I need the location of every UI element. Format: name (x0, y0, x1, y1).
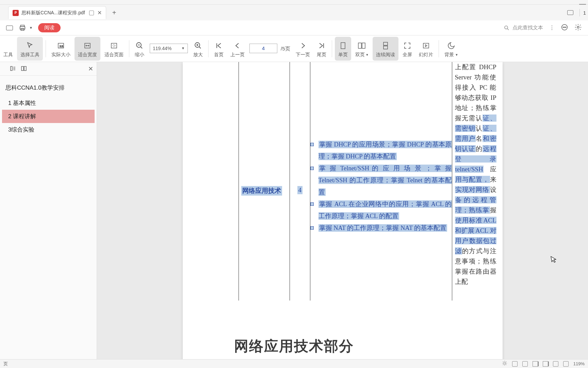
svg-rect-34 (21, 66, 23, 71)
outline-tree: 思科CCNA1.0教学安排 1 基本属性2 课程讲解3综合实验 (0, 76, 97, 142)
page-number-field[interactable] (249, 44, 277, 53)
view-mode-1-icon[interactable] (512, 361, 518, 367)
view-mode-4-icon[interactable] (543, 361, 548, 367)
pdf-viewer[interactable]: 网络应用技术 4 掌握 DHCP 的应用场景；掌握 DHCP 的基本原理；掌握 … (97, 62, 588, 359)
section-title: 网络应用技术 (241, 186, 282, 196)
print-icon[interactable] (18, 24, 27, 32)
comment-icon[interactable] (561, 24, 568, 32)
bullet-icon (310, 226, 314, 230)
bullet-item: 掌 握 Telnet/SSH 的 应 用 场 景 ； 掌 握 Telnet/SS… (310, 163, 452, 198)
tab-bar: P 思科新版CCNA...课程安排.pdf ✕ + 1 (0, 5, 588, 20)
last-page-button[interactable]: 尾页 (313, 35, 330, 62)
outline-item[interactable]: 1 基本属性 (2, 96, 95, 110)
main-toolbar: 工具 选择工具 1:1 实际大小 适合宽度 适合页面 缩小 119.44% ▼ … (0, 35, 588, 62)
more-icon[interactable]: ⋮ (549, 25, 555, 31)
bullet-item: 掌握 ACL 在企业网络中的应用；掌握 ACL 的工作原理；掌握 ACL 的配置 (310, 198, 452, 222)
search-input[interactable]: 点此查找文本 (504, 25, 543, 31)
svg-point-6 (563, 27, 564, 28)
svg-rect-25 (358, 43, 361, 48)
windows-icon[interactable] (567, 10, 573, 15)
background-button[interactable]: 背景▼ (441, 35, 461, 62)
svg-rect-29 (423, 43, 429, 48)
outline-sidebar: ✕ 思科CCNA1.0教学安排 1 基本属性2 课程讲解3综合实验 (0, 62, 97, 359)
svg-rect-26 (362, 43, 365, 48)
separator (332, 40, 332, 57)
quick-toolbar: ▼ 阅读 点此查找文本 ⋮ (0, 20, 588, 35)
close-icon[interactable]: ✕ (97, 10, 102, 16)
status-zoom: 119% (573, 361, 585, 366)
slideshow-button[interactable]: 幻灯片 (415, 35, 437, 62)
video-subtitle: 网络应用技术部分 (234, 337, 354, 356)
svg-rect-13 (111, 43, 117, 48)
mouse-cursor (551, 255, 558, 265)
status-left: 页 (3, 361, 8, 367)
brightness-icon[interactable] (502, 361, 507, 367)
fullscreen-button[interactable]: 全屏 (399, 35, 415, 62)
svg-rect-30 (11, 66, 12, 71)
actual-size-button[interactable]: 1:1 实际大小 (48, 35, 74, 62)
zoom-out-button[interactable]: 缩小 (131, 35, 148, 62)
outline-title[interactable]: 思科CCNA1.0教学安排 (2, 82, 95, 96)
open-folder-icon[interactable] (6, 26, 13, 30)
zoom-in-button[interactable]: 放大 (190, 35, 206, 62)
dropdown-icon[interactable]: ▼ (29, 26, 33, 30)
bullet-icon (310, 167, 314, 170)
search-placeholder: 点此查找文本 (512, 25, 543, 31)
view-mode-6-icon[interactable] (563, 361, 569, 367)
section-hours: 4 (297, 186, 303, 194)
outline-item[interactable]: 3综合实验 (2, 123, 95, 136)
outline-item[interactable]: 2 课程讲解 (2, 110, 95, 123)
first-page-button[interactable]: 首页 (211, 35, 227, 62)
zoom-level-select[interactable]: 119.44% ▼ (148, 35, 190, 62)
chevron-down-icon: ▼ (181, 46, 185, 50)
svg-line-17 (141, 47, 142, 48)
svg-rect-27 (383, 42, 388, 45)
thumb-view-icon[interactable] (21, 66, 27, 72)
read-button[interactable]: 阅读 (38, 23, 61, 32)
svg-text:1:1: 1:1 (60, 45, 64, 48)
external-icon[interactable] (89, 11, 94, 15)
page-input[interactable] (248, 35, 279, 62)
gear-icon[interactable] (574, 24, 582, 32)
svg-point-14 (113, 45, 115, 47)
separator (208, 40, 209, 57)
tool-cut[interactable]: 工具 (0, 35, 16, 62)
view-mode-5-icon[interactable] (553, 361, 558, 367)
bullet-icon (310, 202, 314, 206)
close-panel-icon[interactable]: ✕ (88, 65, 93, 73)
prev-page-button[interactable]: 上一页 (227, 35, 248, 62)
side-notes: 上配置 DHCP Server 功能使得接入 PC 能够动态获取 IP 地址；熟… (455, 62, 496, 287)
svg-rect-35 (24, 66, 26, 71)
svg-rect-2 (21, 28, 24, 30)
view-mode-2-icon[interactable] (522, 361, 528, 367)
view-mode-3-icon[interactable] (533, 361, 538, 367)
svg-line-4 (507, 29, 509, 30)
single-page-button[interactable]: 单页 (335, 37, 351, 61)
continuous-button[interactable]: 连续阅读 (373, 37, 398, 61)
bullet-item: 掌握 DHCP 的应用场景；掌握 DHCP 的基本原理；掌握 DHCP 的基本配… (310, 139, 452, 163)
pdf-icon: P (13, 10, 19, 16)
svg-rect-24 (341, 43, 345, 49)
zoom-value: 119.44% (153, 46, 172, 51)
separator (439, 40, 439, 57)
svg-point-9 (577, 26, 579, 28)
next-page-button[interactable]: 下一页 (292, 35, 313, 62)
fit-width-button[interactable]: 适合宽度 (75, 37, 100, 61)
double-page-button[interactable]: 双页▼ (352, 35, 372, 62)
svg-point-3 (505, 26, 508, 29)
svg-rect-28 (383, 46, 388, 49)
file-tab[interactable]: P 思科新版CCNA...课程安排.pdf ✕ (8, 6, 106, 19)
select-tool-button[interactable]: 选择工具 (17, 37, 43, 61)
separator (129, 40, 129, 57)
separator (579, 9, 580, 16)
status-bar: 页 119% (0, 359, 588, 368)
fit-page-button[interactable]: 适合页面 (101, 35, 127, 62)
new-tab-button[interactable]: + (112, 9, 116, 17)
outline-view-icon[interactable] (10, 66, 16, 72)
pdf-page: 网络应用技术 4 掌握 DHCP 的应用场景；掌握 DHCP 的基本原理；掌握 … (183, 62, 503, 359)
search-icon (504, 25, 510, 31)
svg-point-7 (564, 27, 565, 28)
tab-title: 思科新版CCNA...课程安排.pdf (21, 10, 85, 16)
svg-point-36 (504, 362, 506, 364)
bullet-icon (310, 143, 314, 146)
